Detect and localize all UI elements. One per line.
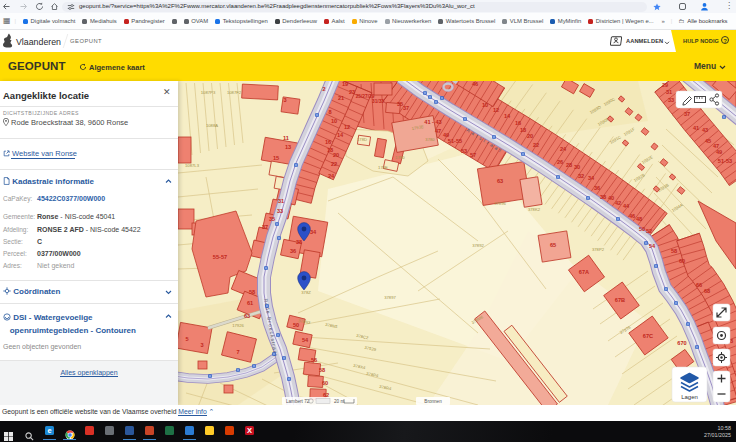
svg-text:45: 45 [705, 138, 711, 144]
svg-text:16: 16 [515, 120, 521, 126]
svg-text:58: 58 [671, 248, 677, 254]
svg-text:12: 12 [344, 124, 350, 130]
svg-text:20 m: 20 m [334, 399, 344, 404]
svg-text:63: 63 [244, 313, 250, 319]
svg-text:378K2: 378K2 [528, 207, 541, 212]
svg-text:11: 11 [283, 135, 289, 141]
svg-text:178D: 178D [357, 137, 367, 142]
svg-text:53: 53 [461, 148, 467, 154]
svg-text:1087F2: 1087F2 [227, 90, 242, 95]
svg-text:58: 58 [249, 289, 255, 295]
svg-text:34: 34 [588, 175, 595, 181]
svg-text:35: 35 [269, 216, 275, 222]
svg-text:30: 30 [574, 164, 580, 170]
svg-text:22: 22 [331, 161, 337, 167]
svg-text:50: 50 [639, 226, 645, 232]
svg-text:12: 12 [493, 107, 499, 113]
svg-text:54: 54 [649, 243, 656, 249]
svg-text:33: 33 [668, 97, 674, 103]
svg-text:18: 18 [520, 127, 526, 133]
svg-text:54: 54 [302, 337, 309, 343]
svg-text:38: 38 [600, 194, 606, 200]
svg-text:2: 2 [322, 86, 325, 92]
svg-text:22: 22 [533, 142, 539, 148]
svg-text:20: 20 [527, 133, 533, 139]
svg-text:20: 20 [333, 152, 339, 158]
svg-text:1780: 1780 [395, 155, 405, 160]
svg-text:28: 28 [566, 162, 572, 168]
svg-text:31: 31 [666, 89, 672, 95]
svg-text:37: 37 [403, 105, 409, 111]
svg-text:37896: 37896 [494, 201, 506, 206]
svg-text:378P2: 378P2 [592, 247, 605, 252]
svg-text:46: 46 [472, 81, 478, 87]
svg-text:41: 41 [693, 125, 699, 131]
svg-text:14: 14 [504, 113, 511, 119]
svg-text:Bronnen: Bronnen [424, 399, 442, 404]
svg-text:31: 31 [278, 198, 284, 204]
svg-text:10: 10 [331, 118, 337, 124]
svg-text:1087L3: 1087L3 [185, 163, 200, 168]
svg-text:44: 44 [623, 203, 630, 209]
svg-text:Lagen: Lagen [681, 394, 698, 400]
svg-text:43: 43 [702, 127, 708, 133]
svg-text:55-57: 55-57 [213, 254, 227, 260]
svg-text:1087P3: 1087P3 [201, 90, 216, 95]
svg-text:37: 37 [684, 111, 690, 117]
svg-text:378Z: 378Z [301, 290, 311, 295]
svg-text:19: 19 [342, 81, 348, 87]
svg-text:56: 56 [311, 357, 317, 363]
svg-text:37897: 37897 [384, 295, 396, 300]
svg-text:60: 60 [322, 380, 328, 386]
svg-text:49: 49 [716, 149, 722, 155]
svg-text:17926: 17926 [232, 323, 244, 328]
svg-text:67B: 67B [615, 297, 625, 303]
svg-text:3: 3 [200, 342, 203, 348]
svg-text:Lambert 72: Lambert 72 [286, 399, 310, 404]
svg-text:68: 68 [704, 288, 710, 294]
svg-text:65: 65 [550, 242, 556, 248]
svg-text:51-53: 51-53 [718, 158, 732, 164]
svg-text:67A: 67A [579, 269, 589, 275]
svg-text:33: 33 [277, 208, 283, 214]
svg-text:21: 21 [338, 95, 344, 101]
svg-text:36: 36 [594, 185, 600, 191]
svg-text:37892: 37892 [472, 243, 484, 248]
svg-text:50: 50 [293, 322, 299, 328]
svg-text:66: 66 [696, 282, 702, 288]
svg-text:32: 32 [578, 173, 584, 179]
svg-text:29: 29 [662, 82, 668, 88]
svg-text:63: 63 [497, 178, 503, 184]
svg-text:38: 38 [296, 239, 302, 245]
svg-text:57: 57 [470, 152, 476, 158]
svg-text:7: 7 [236, 349, 239, 355]
svg-text:3: 3 [283, 97, 286, 103]
svg-text:10: 10 [482, 102, 488, 108]
svg-text:1088A: 1088A [206, 123, 218, 128]
svg-text:3780: 3780 [425, 137, 435, 142]
svg-text:16: 16 [325, 139, 331, 145]
svg-text:67C: 67C [643, 333, 653, 339]
svg-text:31/33: 31/33 [372, 99, 384, 104]
svg-text:34: 34 [310, 229, 317, 235]
svg-text:37: 37 [262, 224, 268, 230]
svg-text:24: 24 [328, 173, 335, 179]
svg-text:47: 47 [435, 128, 441, 134]
svg-text:670: 670 [677, 340, 686, 346]
svg-text:51-55: 51-55 [448, 138, 462, 144]
svg-text:58: 58 [319, 367, 325, 373]
svg-text:23: 23 [349, 89, 355, 95]
svg-text:8: 8 [328, 109, 331, 115]
svg-text:13: 13 [285, 144, 291, 150]
svg-text:178E: 178E [378, 165, 388, 170]
svg-text:14: 14 [337, 132, 344, 138]
svg-text:41 - 43: 41 - 43 [424, 119, 441, 125]
svg-text:42: 42 [615, 200, 621, 206]
svg-text:52: 52 [646, 228, 652, 234]
svg-text:24: 24 [560, 146, 567, 152]
svg-text:26: 26 [557, 159, 563, 165]
svg-text:40: 40 [608, 195, 614, 201]
svg-text:15: 15 [273, 155, 279, 161]
svg-text:60: 60 [679, 258, 685, 264]
svg-text:46: 46 [629, 213, 635, 219]
